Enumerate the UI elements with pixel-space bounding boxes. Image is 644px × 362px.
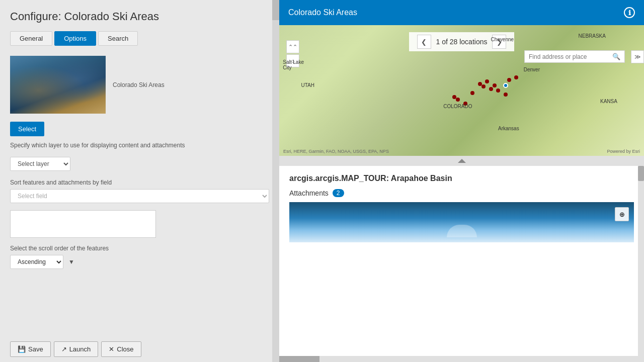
bottom-scrollbar-track: [279, 356, 644, 362]
zoom-icon: ⊕: [619, 211, 625, 218]
content-image: ⊕: [289, 202, 634, 242]
tab-general[interactable]: General: [10, 31, 52, 46]
select-layer-container: Select layer: [10, 157, 269, 171]
content-area: arcgis.arcgis.MAP_TOUR: Arapahoe Basin A…: [279, 166, 644, 356]
scroll-arrow-icon: ▼: [68, 258, 74, 265]
sort-label: Sort features and attachments by field: [10, 179, 269, 186]
tab-options[interactable]: Options: [54, 31, 96, 46]
sort-text-area[interactable]: [10, 210, 156, 238]
active-map-dot: [503, 83, 508, 88]
tab-bar: General Options Search: [10, 31, 269, 46]
app-header: Colorado Ski Areas ℹ: [279, 0, 644, 25]
content-title: arcgis.arcgis.MAP_TOUR: Arapahoe Basin: [289, 174, 634, 183]
map-dot: [463, 102, 467, 106]
map-dot: [514, 75, 518, 79]
close-button[interactable]: ✕ Close: [101, 341, 141, 357]
launch-button[interactable]: ↗ Launch: [54, 341, 99, 357]
bottom-scrollbar-thumb: [279, 356, 319, 362]
map-dot: [452, 95, 456, 99]
search-input[interactable]: [529, 53, 609, 60]
map-search-bar: 🔍: [524, 50, 625, 63]
map-thumbnail: [10, 56, 106, 114]
field-select-container: Select field: [10, 189, 269, 203]
prev-location-btn[interactable]: ❮: [417, 35, 431, 49]
close-icon: ✕: [109, 345, 114, 353]
right-content-scrollbar[interactable]: [638, 166, 644, 356]
panel-divider[interactable]: [279, 156, 644, 166]
map-dot: [493, 83, 497, 87]
right-panel: Colorado Ski Areas ℹ ⌃⌃ ⌂ ❮: [279, 0, 644, 362]
scroll-order-label: Select the scroll order of the features: [10, 245, 269, 252]
left-panel-scrollbar[interactable]: [272, 0, 279, 362]
app-title: Colorado Ski Areas: [288, 8, 357, 17]
launch-icon: ↗: [61, 345, 67, 353]
home-icon: ⌂: [291, 58, 295, 64]
map-dot: [485, 79, 489, 83]
attachments-label: Attachments: [289, 189, 329, 197]
map-source-label: Colorado Ski Areas: [113, 81, 165, 88]
map-dot: [489, 87, 493, 91]
save-button[interactable]: 💾 Save: [10, 341, 51, 357]
page-title: Configure: Colorado Ski Areas: [10, 10, 269, 23]
map-attribution-left: Esri, HERE, Garmin, FAO, NOAA, USGS, EPA…: [283, 149, 389, 154]
left-scrollbar-thumb: [272, 0, 279, 20]
map-expand-btn[interactable]: ≫: [631, 50, 644, 63]
attachments-count: 2: [333, 189, 344, 197]
left-panel: Configure: Colorado Ski Areas General Op…: [0, 0, 279, 362]
map-dot: [496, 88, 500, 93]
map-dot: [507, 78, 511, 82]
map-nav-controls: ⌃⌃ ⌂: [286, 40, 299, 67]
map-source-row: Colorado Ski Areas: [10, 56, 269, 114]
map-attribution-right: Powered by Esri: [607, 149, 640, 154]
info-icon: ℹ: [628, 9, 631, 17]
bottom-scrollbar[interactable]: [279, 356, 644, 362]
map-dot: [456, 98, 460, 102]
divider-arrow-icon: [458, 159, 466, 163]
save-icon: 💾: [18, 345, 26, 353]
scroll-order-dropdown[interactable]: Ascending Descending: [10, 255, 63, 269]
prev-arrow-icon: ❮: [421, 38, 427, 46]
search-icon[interactable]: 🔍: [612, 53, 620, 60]
attachments-header: Attachments 2: [289, 189, 634, 197]
location-counter: ❮ 1 of 28 locations ❯: [409, 32, 515, 51]
bottom-toolbar: 💾 Save ↗ Launch ✕ Close: [10, 336, 269, 357]
zoom-up-btn[interactable]: ⌃⌃: [286, 40, 299, 53]
up-arrows-icon: ⌃⌃: [288, 44, 297, 50]
right-scrollbar-thumb: [638, 166, 644, 181]
zoom-button[interactable]: ⊕: [615, 207, 629, 221]
select-button[interactable]: Select: [10, 122, 44, 136]
location-text: 1 of 28 locations: [436, 38, 488, 46]
map-dot: [504, 93, 508, 97]
map-container: ⌃⌃ ⌂ ❮ 1 of 28 locations ❯ 🔍: [279, 25, 644, 156]
expand-icon: ≫: [634, 53, 641, 60]
select-field-dropdown[interactable]: Select field: [10, 189, 269, 203]
scroll-order-row: Ascending Descending ▼: [10, 255, 269, 269]
hint-text: Specify which layer to use for displayin…: [10, 141, 269, 150]
map-dot: [470, 91, 474, 95]
next-location-btn[interactable]: ❯: [492, 35, 506, 49]
info-button[interactable]: ℹ: [624, 7, 635, 18]
home-btn[interactable]: ⌂: [286, 54, 299, 67]
map-dot: [481, 84, 486, 88]
tab-search[interactable]: Search: [98, 31, 138, 46]
next-arrow-icon: ❯: [497, 38, 502, 46]
select-layer-dropdown[interactable]: Select layer: [10, 157, 70, 171]
